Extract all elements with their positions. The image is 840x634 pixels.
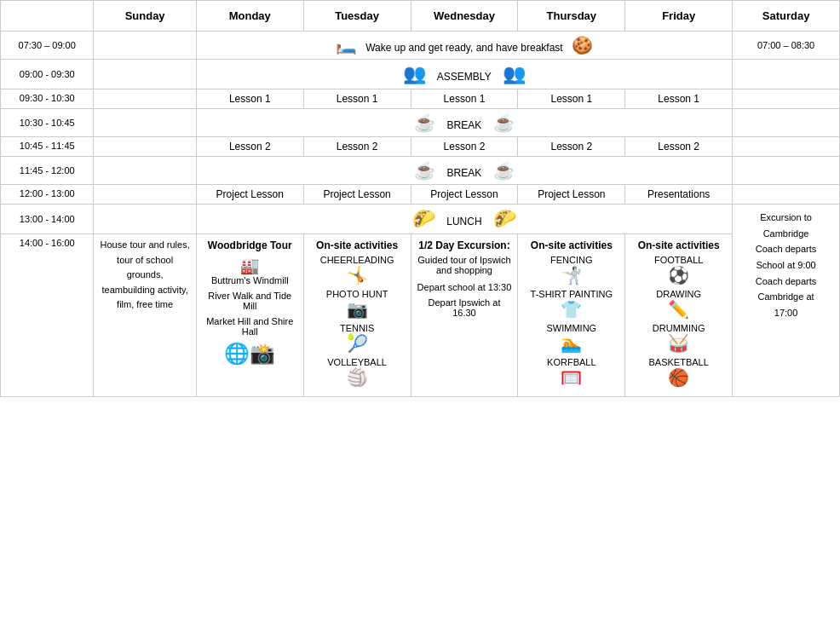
saturday-cambridge-text: Cambridge at <box>758 291 814 302</box>
break2-content: ☕ BREAK ☕ <box>196 157 732 185</box>
break2-saturday <box>733 157 840 185</box>
schedule-table: Sunday Monday Tuesday Wednesday Thursday… <box>0 0 840 397</box>
project-saturday <box>733 185 840 205</box>
football-text: FOOTBALL <box>654 255 703 265</box>
cheerleading-text: CHEERLEADING <box>320 255 394 265</box>
wakeup-sunday <box>94 32 196 60</box>
header-wednesday: Wednesday <box>411 1 518 32</box>
saturday-coach2-text: Coach departs <box>756 276 817 286</box>
swimming-icon: 🏊 <box>561 334 582 353</box>
saturday-coach1-text: Coach departs <box>756 244 817 254</box>
lesson1-sunday <box>94 89 196 109</box>
lesson1-monday: Lesson 1 <box>196 89 303 109</box>
wakeup-text: Wake up and get ready, and have breakfas… <box>365 42 562 54</box>
lesson1-friday: Lesson 1 <box>625 89 733 109</box>
tuesday-tennis: TENNIS 🎾 <box>309 323 406 354</box>
lunch-content: 🌮 LUNCH 🌮 <box>196 205 732 234</box>
drawing-icon: ✏️ <box>668 300 689 319</box>
lunch-row: 13:00 - 14:00 🌮 LUNCH 🌮 Excursion to Cam… <box>1 205 840 234</box>
monday-title: Woodbridge Tour <box>202 239 298 251</box>
lesson1-time: 09:30 - 10:30 <box>1 89 94 109</box>
lesson2-saturday <box>733 137 840 157</box>
activities-sunday: House tour and rules, tour of school gro… <box>94 234 196 397</box>
football-icon: ⚽ <box>668 266 689 285</box>
friday-basketball: BASKETBALL 🏀 <box>630 357 727 388</box>
header-tuesday: Tuesday <box>303 1 411 32</box>
lesson1-thursday: Lesson 1 <box>518 89 625 109</box>
windmill-icon: 🏭 <box>240 257 259 274</box>
project-monday: Project Lesson <box>196 185 303 205</box>
lesson2-wednesday: Lesson 2 <box>411 137 518 157</box>
saturday-time-text: 17:00 <box>774 308 798 318</box>
bed-icon: 🛏️ <box>336 36 357 55</box>
activities-time: 14:00 - 16:00 <box>1 234 94 397</box>
volleyball-icon: 🏐 <box>347 368 368 387</box>
lesson2-tuesday: Lesson 2 <box>303 137 411 157</box>
wednesday-depart2: Depart Ipswich at 16.30 <box>417 297 513 318</box>
break2-row: 11:45 - 12:00 ☕ BREAK ☕ <box>1 157 840 185</box>
break1-content: ☕ BREAK ☕ <box>196 109 732 137</box>
drawing-text: DRAWING <box>656 289 701 299</box>
project-row: 12:00 - 13:00 Project Lesson Project Les… <box>1 185 840 205</box>
break1-sunday <box>94 109 196 137</box>
tuesday-title: On-site activities <box>309 239 406 251</box>
header-monday: Monday <box>196 1 303 32</box>
saturday-school-text: School at 9:00 <box>756 260 815 270</box>
break1-text: BREAK <box>447 119 482 131</box>
activities-row: 14:00 - 16:00 House tour and rules, tour… <box>1 234 840 397</box>
coffee2-icon-right: ☕ <box>493 161 515 180</box>
taco-icon-right: 🌮 <box>493 208 516 229</box>
assembly-content: 👥 ASSEMBLY 👥 <box>196 60 732 89</box>
korfball-text: KORFBALL <box>547 357 595 367</box>
thursday-korfball: KORFBALL 🥅 <box>523 357 619 388</box>
header-saturday: Saturday <box>733 1 840 32</box>
friday-drumming: DRUMMING 🥁 <box>630 323 727 354</box>
sunday-text: House tour and rules, tour of school gro… <box>101 239 190 309</box>
photo-icon: 📷 <box>347 300 368 319</box>
assembly-icon-right: 👥 <box>503 63 526 84</box>
friday-football: FOOTBALL ⚽ <box>630 255 727 285</box>
assembly-icon-left: 👥 <box>403 63 426 84</box>
break2-time: 11:45 - 12:00 <box>1 157 94 185</box>
volleyball-text: VOLLEYBALL <box>327 357 387 367</box>
monday-icon-globe: 🌐📸 <box>202 342 298 366</box>
swimming-text: SWIMMING <box>546 323 596 333</box>
lesson1-wednesday: Lesson 1 <box>411 89 518 109</box>
korfball-icon: 🥅 <box>561 368 582 387</box>
friday-title: On-site activities <box>630 239 727 251</box>
break1-saturday <box>733 109 840 137</box>
header-friday: Friday <box>625 1 733 32</box>
break1-row: 10:30 - 10:45 ☕ BREAK ☕ <box>1 109 840 137</box>
project-time: 12:00 - 13:00 <box>1 185 94 205</box>
project-sunday <box>94 185 196 205</box>
assembly-row: 09:00 - 09:30 👥 ASSEMBLY 👥 <box>1 60 840 89</box>
thursday-swimming: SWIMMING 🏊 <box>523 323 619 354</box>
tshirt-icon: 👕 <box>561 300 582 319</box>
assembly-time: 09:00 - 09:30 <box>1 60 94 89</box>
lesson2-friday: Lesson 2 <box>625 137 733 157</box>
wakeup-saturday-time: 07:00 – 08:30 <box>733 32 840 60</box>
coffee2-icon-left: ☕ <box>414 161 435 180</box>
monday-item3: Market Hill and Shire Hall <box>202 316 298 337</box>
project-friday: Presentations <box>625 185 733 205</box>
lesson1-row: 09:30 - 10:30 Lesson 1 Lesson 1 Lesson 1… <box>1 89 840 109</box>
tuesday-photo: PHOTO HUNT 📷 <box>309 289 406 320</box>
tennis-text: TENNIS <box>340 323 374 333</box>
activities-friday: On-site activities FOOTBALL ⚽ DRAWING ✏️… <box>625 234 733 397</box>
coffee-icon-left: ☕ <box>414 113 435 132</box>
tuesday-cheerleading: CHEERLEADING 🤸 <box>309 255 406 285</box>
lesson2-time: 10:45 - 11:45 <box>1 137 94 157</box>
lesson2-sunday <box>94 137 196 157</box>
activities-thursday: On-site activities FENCING 🤺 T-SHIRT PAI… <box>518 234 625 397</box>
break1-time: 10:30 - 10:45 <box>1 109 94 137</box>
project-thursday: Project Lesson <box>518 185 625 205</box>
tennis-icon: 🎾 <box>347 334 368 353</box>
drumming-icon: 🥁 <box>668 334 689 353</box>
tshirt-text: T-SHIRT PAINTING <box>531 289 613 299</box>
assembly-saturday <box>733 60 840 89</box>
drumming-text: DRUMMING <box>653 323 705 333</box>
lesson1-tuesday: Lesson 1 <box>303 89 411 109</box>
lesson2-thursday: Lesson 2 <box>518 137 625 157</box>
thursday-fencing: FENCING 🤺 <box>523 255 619 285</box>
activities-monday: Woodbridge Tour 🏭 Buttrum's Windmill Riv… <box>196 234 303 397</box>
